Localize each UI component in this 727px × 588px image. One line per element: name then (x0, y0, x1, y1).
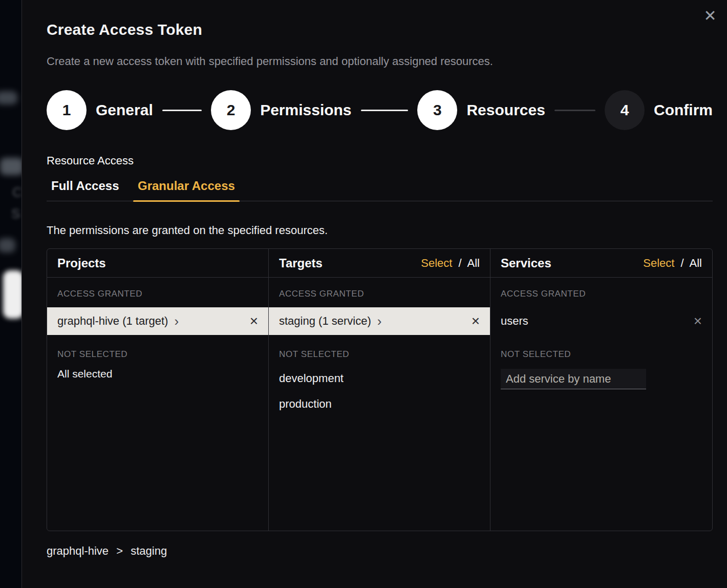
step-label-general: General (96, 101, 153, 119)
not-selected-label: NOT SELECTED (279, 349, 480, 360)
services-all-link[interactable]: All (690, 257, 702, 269)
services-column-title: Services (501, 256, 551, 270)
step-circle-permissions[interactable]: 2 (211, 90, 251, 130)
targets-column-title: Targets (279, 256, 323, 270)
not-selected-label: NOT SELECTED (57, 349, 258, 360)
remove-target-icon[interactable]: × (472, 314, 480, 328)
chevron-right-icon: › (377, 316, 382, 326)
breadcrumb-separator: > (116, 544, 123, 557)
granular-access-description: The permissions are granted on the speci… (47, 224, 713, 237)
access-granted-label: ACCESS GRANTED (57, 289, 258, 299)
blurred-blob (0, 158, 22, 175)
services-column-header: Services Select / All (490, 249, 712, 278)
breadcrumb-project[interactable]: graphql-hive (47, 544, 109, 557)
add-service-input[interactable] (501, 369, 646, 389)
not-selected-label: NOT SELECTED (501, 349, 702, 360)
page-title: Create Access Token (47, 21, 713, 38)
blurred-text-fragment: S (11, 206, 20, 222)
projects-all-selected-note: All selected (57, 368, 258, 380)
resource-access-heading: Resource Access (47, 154, 713, 167)
tab-granular-access[interactable]: Granular Access (133, 179, 240, 201)
granted-service-row[interactable]: users × (490, 307, 712, 335)
step-connector (554, 110, 595, 111)
close-icon[interactable]: ✕ (701, 7, 719, 25)
step-circle-confirm[interactable]: 4 (605, 90, 645, 130)
targets-column: Targets Select / All ACCESS GRANTED stag… (269, 249, 490, 531)
granted-project-row[interactable]: graphql-hive (1 target) › × (47, 307, 268, 335)
background-page-strip: C S (0, 0, 22, 588)
projects-column-title: Projects (57, 256, 106, 270)
access-granted-label: ACCESS GRANTED (279, 289, 480, 299)
projects-column: Projects ACCESS GRANTED graphql-hive (1 … (47, 249, 269, 531)
targets-column-header: Targets Select / All (269, 249, 490, 278)
remove-service-icon[interactable]: × (694, 314, 702, 328)
remove-project-icon[interactable]: × (250, 314, 258, 328)
granted-target-row[interactable]: staging (1 service) › × (269, 307, 490, 335)
granted-project-name: graphql-hive (1 target) (57, 314, 168, 328)
step-label-confirm: Confirm (654, 101, 713, 119)
services-select-all: Select / All (643, 257, 702, 270)
blurred-blob (0, 238, 15, 253)
breadcrumb-target[interactable]: staging (131, 544, 167, 557)
blurred-card (3, 270, 22, 319)
blurred-text-fragment: C (12, 184, 22, 200)
wizard-stepper: 1 General 2 Permissions 3 Resources 4 Co… (47, 90, 713, 130)
access-mode-tabs: Full Access Granular Access (47, 179, 713, 201)
granted-service-name: users (501, 314, 528, 328)
access-granted-label: ACCESS GRANTED (501, 289, 702, 299)
services-select-link[interactable]: Select (643, 257, 674, 269)
modal-subtitle: Create a new access token with specified… (47, 55, 713, 68)
select-all-separator: / (681, 257, 684, 269)
step-circle-general[interactable]: 1 (47, 90, 87, 130)
services-column: Services Select / All ACCESS GRANTED use… (490, 249, 712, 531)
targets-all-link[interactable]: All (467, 257, 480, 269)
targets-select-all: Select / All (421, 257, 480, 270)
blurred-blob (0, 91, 17, 104)
targets-select-link[interactable]: Select (421, 257, 452, 269)
target-option-development[interactable]: development (279, 372, 480, 385)
step-connector (361, 110, 409, 111)
breadcrumb: graphql-hive > staging (47, 544, 713, 558)
resource-picker-table: Projects ACCESS GRANTED graphql-hive (1 … (47, 248, 713, 531)
select-all-separator: / (459, 257, 462, 269)
step-label-resources: Resources (466, 101, 545, 119)
projects-column-header: Projects (47, 249, 268, 278)
tab-full-access[interactable]: Full Access (47, 179, 124, 201)
step-connector (162, 110, 202, 111)
step-circle-resources[interactable]: 3 (417, 90, 457, 130)
target-option-production[interactable]: production (279, 397, 480, 411)
create-access-token-modal: ✕ Create Access Token Create a new acces… (22, 0, 727, 588)
step-label-permissions: Permissions (260, 101, 351, 119)
granted-target-name: staging (1 service) (279, 314, 371, 328)
chevron-right-icon: › (174, 316, 179, 326)
